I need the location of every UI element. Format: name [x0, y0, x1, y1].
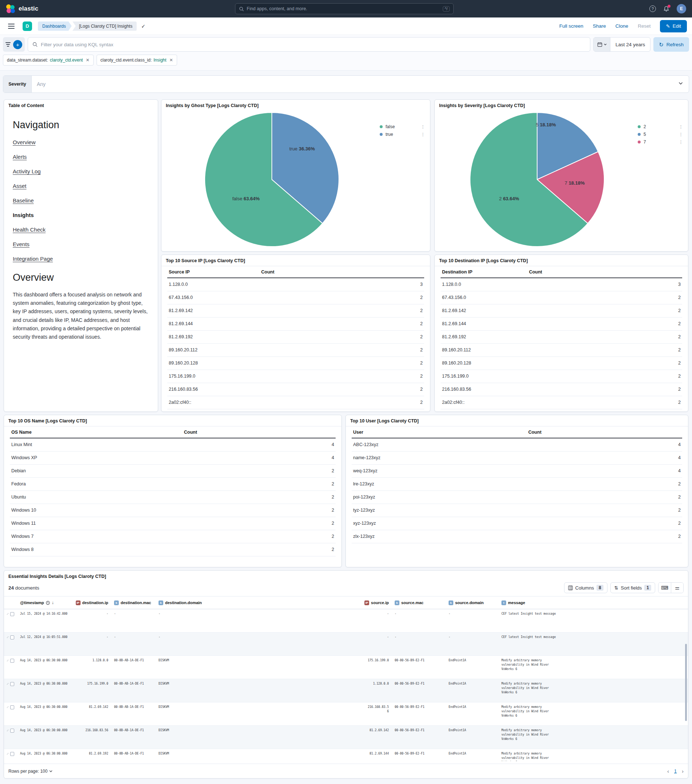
table-row[interactable]: Debian2 [10, 464, 335, 478]
close-icon[interactable]: ✕ [86, 58, 89, 63]
row-checkbox[interactable] [10, 659, 14, 663]
table-row[interactable]: tyz-123xyz2 [352, 504, 682, 517]
filter-pill-class-id[interactable]: claroty_ctd.event.class_id: Insight ✕ [97, 54, 177, 66]
toc-link-overview[interactable]: Overview [13, 139, 36, 145]
column-header-source-mac[interactable]: k source.mac [392, 601, 446, 605]
toc-link-alerts[interactable]: Alerts [13, 154, 26, 160]
clone-button[interactable]: Clone [616, 23, 628, 29]
menu-icon[interactable] [8, 24, 15, 29]
notifications-button[interactable] [663, 6, 669, 12]
expand-row-icon[interactable] [7, 682, 8, 686]
table-row[interactable]: Windows XP4 [10, 451, 335, 464]
expand-row-icon[interactable] [7, 612, 8, 616]
toc-link-health-check[interactable]: Health Check [13, 227, 46, 233]
display-options-button[interactable]: ⚌ [671, 583, 683, 593]
row-checkbox[interactable] [10, 682, 14, 686]
legend-menu-icon[interactable]: ⋮ [679, 125, 683, 129]
full-screen-button[interactable]: Full screen [559, 23, 583, 29]
table-row[interactable]: poi-123xyz2 [352, 491, 682, 504]
table-row[interactable]: 2a02:cf40::2 [167, 396, 424, 409]
table-row[interactable]: 89.160.20.1122 [167, 343, 424, 356]
table-row[interactable]: lre-123xyz2 [352, 478, 682, 491]
legend-item-7[interactable]: 7 ⋮ [638, 140, 683, 145]
keyboard-shortcuts-button[interactable]: ⌨ [659, 583, 671, 593]
help-icon[interactable]: ? [649, 5, 656, 12]
next-page-icon[interactable]: › [682, 768, 684, 774]
table-row[interactable]: xyz-123xyz2 [352, 517, 682, 530]
row-checkbox[interactable] [10, 729, 14, 733]
table-row[interactable]: Ubuntu2 [10, 491, 335, 504]
table-row[interactable]: Windows 82 [10, 543, 335, 556]
toc-link-baseline[interactable]: Baseline [13, 198, 34, 204]
legend-item-true[interactable]: true ⋮ [380, 132, 425, 137]
toc-link-events[interactable]: Events [13, 241, 30, 247]
table-row[interactable]: Linux Mint4 [10, 438, 335, 451]
reset-button[interactable]: Reset [638, 23, 651, 29]
column-header-message[interactable]: t message [499, 601, 560, 605]
columns-button[interactable]: Columns 8 [564, 582, 608, 593]
table-row[interactable]: 175.16.199.02 [441, 370, 682, 383]
table-row[interactable]: 175.16.199.02 [167, 370, 424, 383]
column-header[interactable]: OS Name [10, 427, 183, 438]
page-number[interactable]: 1 [674, 769, 677, 774]
column-header-timestamp[interactable]: @timestamp ↓ [17, 600, 71, 605]
column-header-source-ip[interactable]: IP source.ip [363, 601, 392, 605]
table-row[interactable]: 216.160.83.562 [441, 383, 682, 396]
legend-item-2[interactable]: 2 ⋮ [638, 124, 683, 129]
table-row[interactable]: Windows 72 [10, 530, 335, 543]
column-header[interactable]: Source IP [167, 266, 260, 278]
global-search-input[interactable]: Find apps, content, and more. ^/ [235, 3, 454, 14]
table-row[interactable]: ABC-123xyz4 [352, 438, 682, 451]
table-row[interactable]: 2a02:cf40::2 [441, 396, 682, 409]
table-row[interactable]: Fedora2 [10, 478, 335, 491]
table-row[interactable]: Windows 102 [10, 504, 335, 517]
column-header[interactable]: Count [183, 427, 335, 438]
column-header[interactable]: Count [260, 266, 424, 278]
table-row[interactable]: 81.2.69.1442 [441, 317, 682, 330]
filter-pill-dataset[interactable]: data_stream.dataset: claroty_ctd.event ✕ [3, 54, 94, 66]
elastic-logo[interactable]: elastic [6, 4, 38, 13]
table-row[interactable]: 1.128.0.03 [441, 278, 682, 291]
table-row[interactable]: Windows 112 [10, 517, 335, 530]
previous-page-icon[interactable]: ‹ [667, 768, 669, 774]
table-row[interactable]: 89.160.20.1282 [441, 356, 682, 370]
legend-menu-icon[interactable]: ⋮ [421, 133, 425, 137]
close-icon[interactable]: ✕ [169, 58, 173, 63]
add-filter-button[interactable]: + [13, 40, 22, 49]
column-header[interactable]: Count [527, 427, 682, 438]
time-range-value[interactable]: Last 24 years [610, 38, 650, 51]
toc-link-integration-page[interactable]: Integration Page [13, 255, 53, 262]
sort-fields-button[interactable]: ⇅ Sort fields 1 [610, 582, 655, 593]
table-row[interactable]: name-123xyz4 [352, 451, 682, 464]
expand-row-icon[interactable] [7, 752, 8, 756]
toc-link-activity-log[interactable]: Activity Log [13, 168, 41, 175]
user-avatar[interactable]: E [677, 4, 686, 13]
row-checkbox[interactable] [10, 612, 14, 616]
column-header[interactable]: Destination IP [441, 266, 528, 278]
table-row[interactable]: 216.160.83.562 [167, 383, 424, 396]
column-header-destination-ip[interactable]: IP destination.ip [71, 601, 111, 605]
kql-search-input[interactable]: Filter your data using KQL syntax [28, 37, 590, 52]
column-header-destination-domain[interactable]: k destination.domain [155, 601, 363, 605]
table-row[interactable]: 67.43.156.02 [167, 291, 424, 304]
column-header[interactable]: User [352, 427, 527, 438]
refresh-button[interactable]: ↻ Refresh [653, 37, 689, 52]
expand-row-icon[interactable] [7, 659, 8, 662]
toc-link-asset[interactable]: Asset [13, 183, 26, 189]
share-button[interactable]: Share [593, 23, 606, 29]
expand-row-icon[interactable] [7, 705, 8, 709]
table-row[interactable]: 81.2.69.1922 [167, 330, 424, 343]
table-row[interactable]: 81.2.69.1422 [441, 304, 682, 317]
table-row[interactable]: 1.128.0.03 [167, 278, 424, 291]
row-checkbox[interactable] [10, 705, 14, 709]
row-checkbox[interactable] [10, 752, 14, 756]
column-header[interactable]: Count [528, 266, 682, 278]
table-row[interactable]: 81.2.69.1922 [441, 330, 682, 343]
table-row[interactable]: 81.2.69.1422 [167, 304, 424, 317]
expand-row-icon[interactable] [7, 636, 8, 639]
legend-item-5[interactable]: 5 ⋮ [638, 132, 683, 137]
calendar-button[interactable] [594, 38, 610, 51]
legend-menu-icon[interactable]: ⋮ [679, 133, 683, 137]
table-row[interactable]: 89.160.20.1282 [167, 356, 424, 370]
column-header-destination-mac[interactable]: k destination.mac [111, 601, 155, 605]
